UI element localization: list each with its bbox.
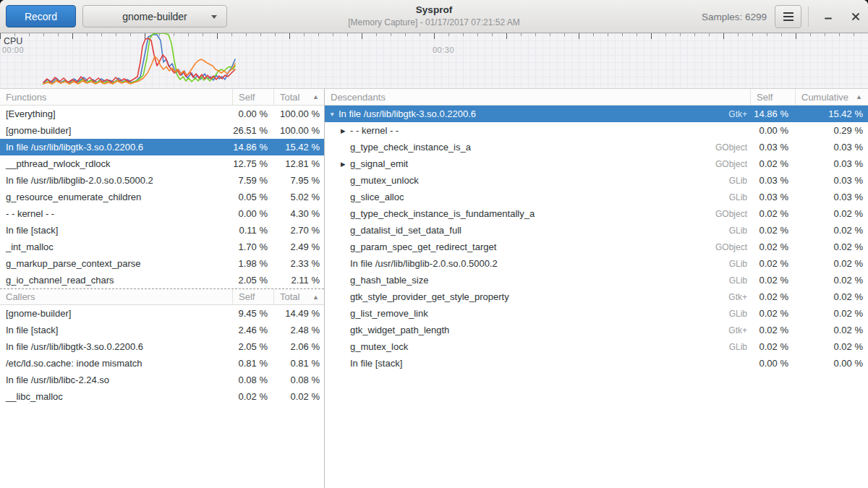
minimize-button[interactable]: [817, 6, 839, 27]
descendant-name-cell: gtk_style_provider_get_style_property Gt…: [325, 291, 751, 302]
descendants-row[interactable]: g_list_remove_link GLib 0.02 % 0.02 %: [325, 305, 868, 322]
table-row[interactable]: /etc/ld.so.cache: inode mismatch 0.81 % …: [0, 355, 324, 372]
table-row[interactable]: In file [stack] 0.11 % 2.70 %: [0, 222, 324, 239]
cumulative-percent: 0.02 %: [796, 308, 868, 319]
descendants-row[interactable]: g_type_check_instance_is_fundamentally_a…: [325, 205, 868, 222]
close-button[interactable]: [845, 6, 867, 27]
self-percent: 0.02 %: [751, 208, 796, 219]
function-name: gtk_widget_path_length: [350, 325, 449, 335]
table-row[interactable]: [gnome-builder] 26.51 % 100.00 %: [0, 122, 324, 139]
header-separator: [808, 7, 809, 27]
table-row[interactable]: g_markup_parse_context_parse 1.98 % 2.33…: [0, 255, 324, 272]
total-percent: 2.70 %: [274, 225, 324, 236]
cpu-usage-lines: [0, 33, 868, 88]
descendants-row[interactable]: g_mutex_unlock GLib 0.03 % 0.03 %: [325, 172, 868, 189]
expander-icon[interactable]: ▼: [329, 111, 339, 118]
cumulative-percent: 15.42 %: [796, 108, 868, 119]
descendants-row[interactable]: In file [stack] 0.00 % 0.00 %: [325, 355, 868, 372]
menu-button[interactable]: [775, 5, 801, 28]
expander-icon[interactable]: ▶: [341, 160, 350, 168]
sysprof-window: Record gnome-builder Sysprof [Memory Cap…: [0, 0, 868, 488]
descendant-name-cell: g_mutex_lock GLib: [325, 341, 751, 352]
close-icon: [851, 12, 860, 21]
self-percent: 0.02 %: [751, 225, 796, 236]
self-percent: 0.03 %: [751, 175, 796, 186]
cumulative-percent: 0.03 %: [796, 158, 868, 169]
self-percent: 2.05 %: [233, 341, 274, 352]
table-row[interactable]: In file /usr/lib/libgtk-3.so.0.2200.6 14…: [0, 139, 324, 155]
cumulative-percent: 0.03 %: [796, 192, 868, 202]
function-name: g_mutex_lock: [350, 341, 408, 352]
self-percent: 0.02 %: [751, 158, 796, 169]
table-row[interactable]: g_resource_enumerate_children 0.05 % 5.0…: [0, 189, 324, 205]
descendants-row[interactable]: g_datalist_id_set_data_full GLib 0.02 % …: [325, 222, 868, 239]
self-percent: 0.02 %: [751, 291, 796, 302]
library-category: Gtk+: [723, 109, 751, 119]
descendant-name-cell: g_mutex_unlock GLib: [325, 175, 751, 186]
function-name: /etc/ld.so.cache: inode mismatch: [0, 358, 233, 369]
cpu-graph[interactable]: CPU 00:00 00:30: [0, 33, 868, 89]
self-percent: 0.03 %: [751, 192, 796, 202]
table-row[interactable]: In file /usr/lib/libglib-2.0.so.0.5000.2…: [0, 172, 324, 189]
process-selector-dropdown[interactable]: gnome-builder: [82, 5, 227, 27]
table-row[interactable]: In file /usr/lib/libgtk-3.so.0.2200.6 2.…: [0, 338, 324, 355]
self-percent: 1.98 %: [233, 258, 274, 269]
self-percent: 12.75 %: [233, 158, 274, 169]
descendants-row[interactable]: g_param_spec_get_redirect_target GObject…: [325, 239, 868, 255]
descendant-name-cell: g_type_check_instance_is_fundamentally_a…: [325, 208, 751, 219]
descendant-name-cell: gtk_widget_path_length Gtk+: [325, 325, 751, 335]
left-pane: Functions Self Total ▲ [Everything] 0.00…: [0, 89, 325, 488]
functions-column-header[interactable]: Functions: [0, 89, 233, 105]
callers-column-header[interactable]: Callers: [0, 289, 233, 304]
callers-table-header: Callers Self Total ▲: [0, 288, 324, 305]
self-percent: 0.00 %: [751, 358, 796, 369]
table-row[interactable]: In file [stack] 2.46 % 2.48 %: [0, 322, 324, 338]
expander-icon[interactable]: ▶: [341, 127, 350, 134]
function-name: In file [stack]: [0, 325, 233, 335]
self-percent: 26.51 %: [233, 125, 274, 136]
self-column-header[interactable]: Self: [233, 89, 274, 105]
cumulative-percent: 0.03 %: [796, 175, 868, 186]
table-row[interactable]: - - kernel - - 0.00 % 4.30 %: [0, 205, 324, 222]
descendants-row[interactable]: g_mutex_lock GLib 0.02 % 0.02 %: [325, 338, 868, 355]
descendants-row[interactable]: gtk_style_provider_get_style_property Gt…: [325, 288, 868, 305]
headerbar: Record gnome-builder Sysprof [Memory Cap…: [0, 0, 868, 33]
table-row[interactable]: In file /usr/lib/libc-2.24.so 0.08 % 0.0…: [0, 372, 324, 388]
total-percent: 0.02 %: [274, 391, 324, 402]
descendants-row[interactable]: gtk_widget_path_length Gtk+ 0.02 % 0.02 …: [325, 322, 868, 338]
self-column-header[interactable]: Self: [233, 289, 274, 304]
total-column-header[interactable]: Total ▲: [274, 289, 324, 304]
self-percent: 0.81 %: [233, 358, 274, 369]
total-percent: 12.81 %: [274, 158, 324, 169]
descendants-row[interactable]: ▶ g_signal_emit GObject 0.02 % 0.03 %: [325, 155, 868, 172]
self-column-header[interactable]: Self: [751, 89, 796, 105]
self-percent: 2.46 %: [233, 325, 274, 335]
sort-ascending-icon: ▲: [312, 294, 319, 301]
total-percent: 2.11 %: [274, 275, 324, 286]
descendants-row[interactable]: In file /usr/lib/libglib-2.0.so.0.5000.2…: [325, 255, 868, 272]
self-percent: 7.59 %: [233, 175, 274, 186]
descendants-row[interactable]: ▼ In file /usr/lib/libgtk-3.so.0.2200.6 …: [325, 106, 868, 122]
function-name: g_param_spec_get_redirect_target: [350, 241, 496, 252]
total-column-header[interactable]: Total ▲: [274, 89, 324, 105]
table-row[interactable]: [gnome-builder] 9.45 % 14.49 %: [0, 305, 324, 322]
table-row[interactable]: __pthread_rwlock_rdlock 12.75 % 12.81 %: [0, 155, 324, 172]
descendants-row[interactable]: g_type_check_instance_is_a GObject 0.03 …: [325, 139, 868, 155]
cumulative-column-header[interactable]: Cumulative ▲: [796, 89, 868, 105]
self-percent: 0.02 %: [751, 308, 796, 319]
table-row[interactable]: __libc_malloc 0.02 % 0.02 %: [0, 388, 324, 405]
descendants-column-header[interactable]: Descendants: [325, 89, 751, 105]
descendants-row[interactable]: g_hash_table_size GLib 0.02 % 0.02 %: [325, 272, 868, 288]
table-row[interactable]: [Everything] 0.00 % 100.00 %: [0, 106, 324, 122]
function-name: [gnome-builder]: [0, 125, 233, 136]
descendants-row[interactable]: ▶ - - kernel - - 0.00 % 0.29 %: [325, 122, 868, 139]
total-percent: 15.42 %: [274, 142, 324, 153]
descendants-row[interactable]: g_slice_alloc GLib 0.03 % 0.03 %: [325, 189, 868, 205]
record-button[interactable]: Record: [6, 5, 76, 27]
table-row[interactable]: g_io_channel_read_chars 2.05 % 2.11 %: [0, 272, 324, 288]
total-percent: 0.81 %: [274, 358, 324, 369]
descendants-table-header: Descendants Self Cumulative ▲: [325, 89, 868, 106]
table-row[interactable]: _int_malloc 1.70 % 2.49 %: [0, 239, 324, 255]
self-percent: 0.00 %: [233, 208, 274, 219]
total-percent: 2.33 %: [274, 258, 324, 269]
